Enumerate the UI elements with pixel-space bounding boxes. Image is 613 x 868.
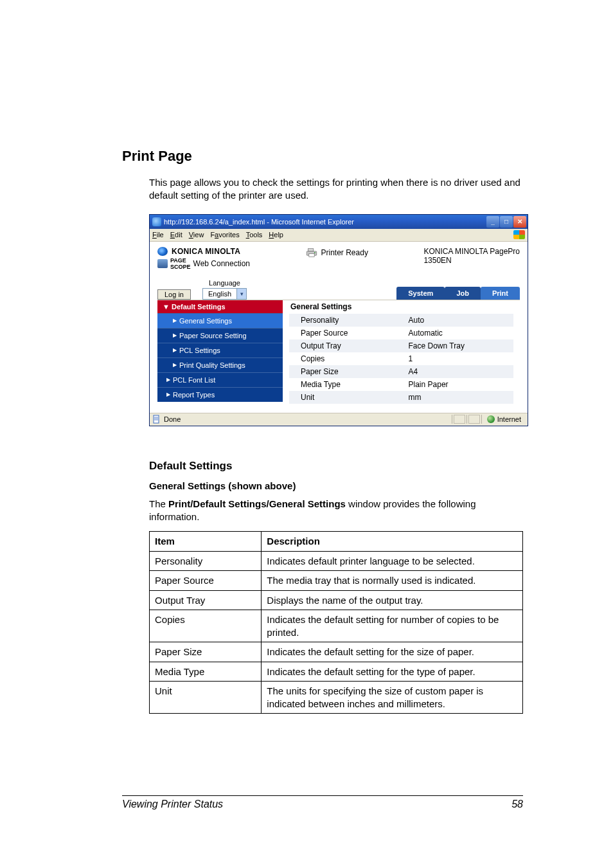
kv-key: Paper Size: [289, 365, 397, 378]
th-description: Description: [262, 532, 523, 552]
menu-help[interactable]: Help: [269, 231, 283, 239]
td-item: Personality: [150, 551, 262, 571]
td-item: Paper Size: [150, 642, 262, 662]
td-desc: Indicates default printer language to be…: [262, 551, 523, 571]
td-item: Media Type: [150, 662, 262, 682]
window-titlebar: http://192.168.6.24/a_index.html - Micro…: [150, 215, 528, 229]
footer-page-number: 58: [511, 799, 523, 810]
kv-key: Media Type: [289, 378, 397, 391]
td-desc: The media tray that is normally used is …: [262, 571, 523, 591]
right-pane: General Settings PersonalityAuto Paper S…: [283, 300, 520, 406]
settings-table: PersonalityAuto Paper SourceAutomatic Ou…: [289, 314, 513, 404]
brand-company: KONICA MINOLTA: [172, 247, 240, 256]
td-item: Paper Source: [150, 571, 262, 591]
window-close-button[interactable]: ✕: [513, 216, 526, 228]
td-item: Unit: [150, 682, 262, 714]
td-item: Copies: [150, 610, 262, 642]
svg-point-3: [314, 252, 315, 253]
ie-status-bar: Done Internet: [150, 413, 528, 426]
lead-paragraph: The Print/Default Settings/General Setti…: [149, 498, 523, 524]
kv-key: Output Tray: [289, 339, 397, 352]
menu-tools[interactable]: Tools: [246, 231, 263, 239]
status-slot: [468, 415, 480, 424]
window-maximize-button[interactable]: □: [500, 216, 513, 228]
nav-item-pcl-font-list[interactable]: ▶PCL Font List: [157, 372, 283, 387]
td-desc: Indicates the default setting for the si…: [262, 642, 523, 662]
language-label: Language: [209, 279, 240, 287]
th-item: Item: [150, 532, 262, 552]
description-table: Item Description PersonalityIndicates de…: [149, 531, 523, 714]
status-done: Done: [164, 415, 181, 423]
language-select[interactable]: English ▾: [202, 288, 247, 300]
kv-val: A4: [397, 365, 513, 378]
triangle-right-icon: ▶: [173, 347, 177, 353]
nav-item-paper-source[interactable]: ▶Paper Source Setting: [157, 328, 283, 343]
ie-logo-icon: [152, 217, 161, 226]
chevron-down-icon: ▾: [236, 289, 246, 299]
globe-icon: [487, 415, 495, 423]
td-desc: Displays the name of the output tray.: [262, 590, 523, 610]
svg-rect-0: [308, 248, 313, 251]
kv-val: Automatic: [397, 327, 513, 339]
ie-menubar: File Edit View Favorites Tools Help: [150, 229, 528, 242]
kv-val: Plain Paper: [397, 378, 513, 391]
intro-paragraph: This page allows you to check the settin…: [149, 176, 523, 203]
kv-val: Face Down Tray: [397, 339, 513, 352]
document-icon: [152, 415, 161, 424]
window-title: http://192.168.6.24/a_index.html - Micro…: [164, 218, 354, 226]
login-button[interactable]: Log in: [157, 289, 191, 300]
nav-item-print-quality[interactable]: ▶Print Quality Settings: [157, 357, 283, 372]
tab-system[interactable]: System: [396, 287, 445, 300]
pagescope-logo-icon: [157, 259, 168, 268]
pane-title: General Settings: [289, 302, 513, 311]
triangle-right-icon: ▶: [166, 377, 170, 383]
menu-favorites[interactable]: Favorites: [210, 231, 239, 239]
nav-header-default-settings[interactable]: ▼ Default Settings: [157, 300, 283, 313]
triangle-right-icon: ▶: [173, 318, 177, 323]
kv-key: Unit: [289, 391, 397, 404]
td-desc: Indicates the default setting for the ty…: [262, 662, 523, 682]
menu-view[interactable]: View: [189, 231, 204, 239]
tab-job[interactable]: Job: [445, 287, 481, 300]
tab-print[interactable]: Print: [481, 287, 520, 300]
printer-icon: [306, 248, 317, 257]
nav-item-pcl-settings[interactable]: ▶PCL Settings: [157, 343, 283, 357]
windows-logo-icon: [513, 230, 525, 239]
kv-key: Personality: [289, 314, 397, 327]
language-value: English: [203, 290, 236, 298]
printer-status: Printer Ready: [321, 248, 368, 257]
triangle-right-icon: ▶: [173, 362, 177, 368]
page-footer: Viewing Printer Status 58: [122, 795, 523, 810]
svg-rect-4: [154, 415, 159, 423]
svg-rect-2: [308, 253, 314, 257]
model-line1: KONICA MINOLTA PagePro: [423, 247, 520, 256]
brand-product: Web Connection: [193, 259, 251, 268]
menu-edit[interactable]: Edit: [170, 231, 182, 239]
kv-val: mm: [397, 391, 513, 404]
td-item: Output Tray: [150, 590, 262, 610]
triangle-right-icon: ▶: [166, 392, 170, 397]
kv-val: Auto: [397, 314, 513, 327]
window-minimize-button[interactable]: _: [486, 216, 499, 228]
kv-val: 1: [397, 352, 513, 365]
kv-key: Copies: [289, 352, 397, 365]
nav-item-general-settings[interactable]: ▶General Settings: [157, 313, 283, 328]
td-desc: The units for specifying the size of cus…: [262, 682, 523, 714]
kv-key: Paper Source: [289, 327, 397, 339]
subsection-heading-general-settings: General Settings (shown above): [149, 480, 523, 491]
section-heading-default-settings: Default Settings: [149, 460, 523, 473]
td-desc: Indicates the default setting for number…: [262, 610, 523, 642]
status-slot: [454, 415, 465, 424]
nav-item-report-types[interactable]: ▶Report Types: [157, 387, 283, 402]
menu-file[interactable]: File: [152, 231, 164, 239]
footer-title: Viewing Printer Status: [122, 799, 223, 810]
left-nav: ▼ Default Settings ▶General Settings ▶Pa…: [157, 300, 283, 406]
triangle-right-icon: ▶: [173, 332, 177, 338]
model-line2: 1350EN: [423, 256, 520, 265]
screenshot-window: http://192.168.6.24/a_index.html - Micro…: [149, 214, 528, 426]
status-zone: Internet: [497, 415, 521, 423]
page-heading: Print Page: [122, 148, 523, 165]
konica-globe-icon: [157, 247, 168, 256]
